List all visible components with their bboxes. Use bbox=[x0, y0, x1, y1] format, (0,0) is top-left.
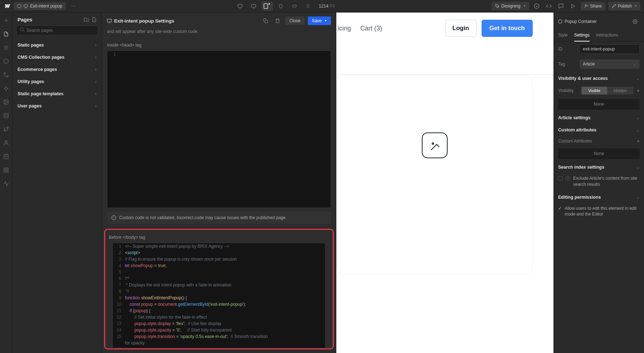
assets-icon[interactable] bbox=[2, 98, 10, 106]
logic-icon[interactable] bbox=[2, 125, 10, 134]
comment-icon[interactable] bbox=[556, 1, 566, 11]
breakpoint-tablet-icon[interactable] bbox=[275, 1, 287, 11]
variables-icon[interactable] bbox=[2, 71, 10, 79]
canvas-width[interactable]: 1214 PX bbox=[319, 4, 335, 9]
svg-point-28 bbox=[4, 130, 5, 131]
svg-point-21 bbox=[4, 88, 5, 89]
svg-rect-33 bbox=[6, 170, 8, 172]
breakpoint-mobile-landscape-icon[interactable] bbox=[289, 1, 300, 11]
code-icon[interactable] bbox=[544, 1, 553, 11]
designing-mode-button[interactable]: Designing bbox=[492, 2, 529, 10]
custom-attributes-none: None bbox=[558, 148, 640, 159]
svg-rect-31 bbox=[4, 168, 6, 170]
users-icon[interactable] bbox=[2, 139, 10, 147]
chevron-down-icon[interactable]: ⌄ bbox=[636, 76, 640, 81]
apps-icon[interactable] bbox=[2, 166, 10, 174]
tab-settings[interactable]: Settings bbox=[574, 30, 590, 41]
new-page-icon[interactable] bbox=[92, 17, 97, 22]
allow-edit-check-icon[interactable]: ✓ bbox=[558, 206, 562, 211]
play-icon[interactable] bbox=[569, 1, 578, 11]
topbar: Exit-intent popup ⋯ ✦ 1214 PX Designing … bbox=[0, 0, 644, 13]
inspector-panel: Popup Container Style Settings Interacti… bbox=[553, 13, 644, 353]
components-icon[interactable] bbox=[2, 57, 10, 66]
svg-rect-34 bbox=[4, 170, 6, 172]
svg-point-25 bbox=[5, 101, 6, 102]
breakpoint-xl-icon[interactable] bbox=[234, 1, 246, 11]
chevron-down-icon[interactable]: ⌄ bbox=[636, 165, 640, 170]
navigator-icon[interactable] bbox=[2, 43, 10, 52]
svg-rect-1 bbox=[24, 5, 28, 7]
chevron-down-icon[interactable]: ⌄ bbox=[636, 195, 640, 200]
id-label: ID bbox=[558, 47, 576, 52]
page-group[interactable]: Utility pages› bbox=[13, 76, 102, 88]
body-code-editor[interactable]: 1<!-- Super simple exit-intent popup by … bbox=[112, 243, 326, 348]
ecommerce-icon[interactable] bbox=[2, 152, 10, 161]
close-button[interactable]: Close bbox=[285, 16, 305, 25]
chevron-down-icon bbox=[325, 20, 327, 21]
exclude-search-checkbox[interactable] bbox=[558, 176, 562, 180]
search-pages-input[interactable] bbox=[16, 25, 98, 35]
svg-point-23 bbox=[6, 90, 7, 91]
add-condition-icon[interactable]: + bbox=[637, 88, 640, 93]
svg-line-38 bbox=[23, 30, 24, 31]
webflow-logo-icon[interactable] bbox=[4, 3, 11, 10]
trash-icon[interactable] bbox=[273, 16, 282, 25]
nav-link[interactable]: Cart (3) bbox=[360, 25, 382, 32]
id-input[interactable] bbox=[580, 44, 640, 54]
breakpoint-tablet-large-icon[interactable]: ✦ bbox=[262, 1, 273, 11]
visibility-segmented[interactable]: Visible Hidden bbox=[581, 87, 633, 95]
copy-icon[interactable] bbox=[261, 16, 270, 25]
tab-interactions[interactable]: Interactions bbox=[596, 30, 618, 41]
brush-icon bbox=[495, 4, 499, 8]
check-icon[interactable] bbox=[532, 1, 541, 11]
canvas[interactable]: icing Cart (3) Login Get in touch bbox=[336, 13, 553, 353]
get-in-touch-button[interactable]: Get in touch bbox=[482, 20, 533, 37]
help-icon[interactable]: ? bbox=[565, 176, 570, 181]
share-button[interactable]: Share bbox=[581, 2, 605, 10]
desktop-icon bbox=[107, 18, 112, 23]
visibility-conditions-none: None bbox=[558, 99, 640, 110]
body-code-label: Before </body> tag bbox=[107, 231, 331, 243]
head-code-editor[interactable]: 1 bbox=[107, 50, 331, 208]
style-manager-icon[interactable] bbox=[2, 84, 10, 93]
breakpoint-desktop-icon[interactable] bbox=[248, 1, 259, 11]
page-group[interactable]: User pages› bbox=[13, 100, 102, 112]
chevron-down-icon[interactable]: ⌄ bbox=[636, 127, 640, 132]
code-warning: Custom code is not validated. Incorrect … bbox=[107, 212, 331, 224]
svg-point-44 bbox=[432, 143, 433, 144]
page-group[interactable]: CMS Collection pages› bbox=[13, 51, 102, 63]
publish-button[interactable]: Publish bbox=[608, 2, 640, 10]
tag-select[interactable]: Article⌄ bbox=[580, 59, 640, 69]
breakpoint-mobile-icon[interactable] bbox=[302, 1, 314, 11]
tab-style[interactable]: Style bbox=[558, 30, 568, 41]
cms-icon[interactable] bbox=[2, 111, 10, 120]
svg-point-37 bbox=[20, 28, 24, 31]
audit-icon[interactable] bbox=[2, 179, 10, 188]
page-group[interactable]: Static pages› bbox=[13, 39, 102, 51]
add-element-icon[interactable] bbox=[2, 16, 10, 25]
svg-rect-0 bbox=[18, 5, 21, 8]
nav-link[interactable]: icing bbox=[338, 25, 351, 32]
visibility-section-title: Visibility & user access bbox=[558, 76, 608, 81]
tag-label: Tag bbox=[558, 62, 576, 67]
more-icon[interactable]: ⋯ bbox=[69, 1, 78, 11]
add-attribute-icon[interactable]: + bbox=[637, 138, 640, 144]
page-group[interactable]: Ecommerce pages› bbox=[13, 63, 102, 76]
editing-section-title: Editing permissions bbox=[558, 195, 601, 200]
pages-icon[interactable] bbox=[2, 30, 10, 38]
left-icon-bar bbox=[0, 13, 13, 353]
page-group[interactable]: Static page templates› bbox=[13, 88, 102, 100]
warning-icon bbox=[111, 215, 116, 220]
svg-point-20 bbox=[6, 87, 7, 88]
svg-point-18 bbox=[4, 73, 5, 74]
page-tab[interactable]: Exit-intent popup bbox=[14, 2, 66, 10]
allow-edit-label: Allow users to edit this element in edit… bbox=[565, 205, 640, 218]
chevron-down-icon[interactable]: ⌄ bbox=[636, 115, 640, 120]
save-button[interactable]: Save bbox=[308, 16, 331, 25]
new-folder-icon[interactable] bbox=[84, 17, 89, 22]
canvas-page: icing Cart (3) Login Get in touch bbox=[336, 13, 553, 353]
login-button[interactable]: Login bbox=[445, 20, 477, 37]
article-section-title: Article settings bbox=[558, 115, 590, 120]
svg-rect-32 bbox=[6, 168, 8, 170]
settings-gear-icon[interactable] bbox=[630, 17, 640, 26]
